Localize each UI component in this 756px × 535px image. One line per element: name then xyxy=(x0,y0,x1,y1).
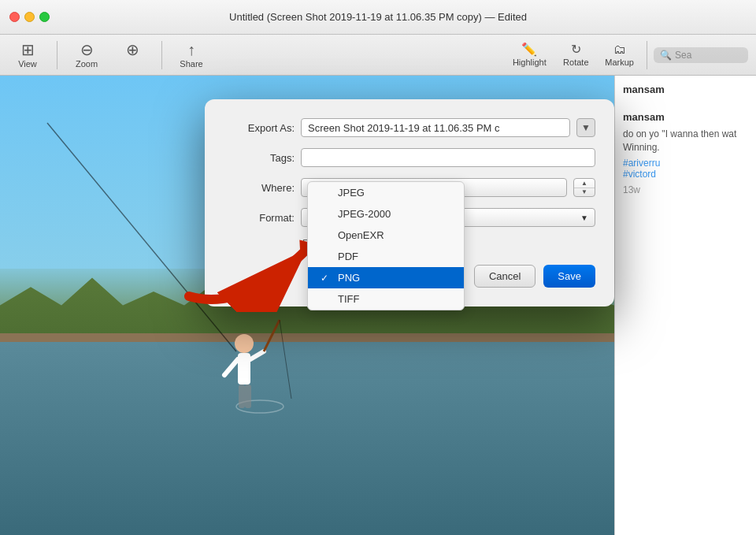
markup-button[interactable]: 🗂 Markup xyxy=(598,40,640,70)
markup-label: Markup xyxy=(605,58,634,67)
minimize-button[interactable] xyxy=(24,12,35,22)
toolbar-separator-1 xyxy=(57,41,57,69)
highlight-button[interactable]: ✏️ Highlight xyxy=(506,40,553,70)
share-button[interactable]: ↑ Share xyxy=(172,39,211,72)
pdf-label: PDF xyxy=(338,251,358,262)
png-label: PNG xyxy=(338,272,360,284)
save-button[interactable]: Save xyxy=(543,265,595,288)
view-button[interactable]: ⊞ View xyxy=(8,39,47,72)
view-label: View xyxy=(18,59,37,69)
zoom-label: Zoom xyxy=(76,59,98,69)
toolbar-separator-3 xyxy=(647,41,647,69)
jpeg-label: JPEG xyxy=(338,187,365,199)
toolbar-separator-2 xyxy=(161,41,162,69)
view-icon: ⊞ xyxy=(21,42,35,58)
format-option-tiff[interactable]: TIFF xyxy=(308,288,464,310)
export-as-row: Export As: ▼ xyxy=(224,118,595,137)
main-content: mansam mansam do on yo "I wanna then wat… xyxy=(0,76,756,535)
format-option-openexr[interactable]: OpenEXR xyxy=(308,225,464,246)
format-label: Format: xyxy=(224,212,295,224)
toolbar: ⊞ View ⊖ Zoom ⊕ . ↑ Share ✏️ Highlight ↻… xyxy=(0,35,756,76)
tags-label: Tags: xyxy=(224,152,295,164)
format-dropdown-menu: JPEG JPEG-2000 OpenEXR PDF ✓ PNG TIFF xyxy=(307,181,465,310)
tags-row: Tags: xyxy=(224,148,595,167)
cancel-button[interactable]: Cancel xyxy=(474,265,536,288)
window-title: Untitled (Screen Shot 2019-11-19 at 11.0… xyxy=(229,11,527,23)
zoom-in-icon: ⊕ xyxy=(126,42,139,58)
format-option-jpeg[interactable]: JPEG xyxy=(308,182,464,203)
tags-input[interactable] xyxy=(301,148,595,167)
traffic-lights xyxy=(0,12,50,22)
modal-overlay: Export As: ▼ Tags: Where: ▲ ▼ xyxy=(0,76,756,535)
format-option-png[interactable]: ✓ PNG xyxy=(308,267,464,288)
jpeg2000-label: JPEG-2000 xyxy=(338,208,391,220)
search-box[interactable]: 🔍 Sea xyxy=(654,47,748,63)
close-button[interactable] xyxy=(9,12,20,22)
fullscreen-button[interactable] xyxy=(39,12,50,22)
zoom-out-button[interactable]: ⊖ Zoom xyxy=(67,39,106,72)
zoom-out-icon: ⊖ xyxy=(80,42,94,58)
rotate-button[interactable]: ↻ Rotate xyxy=(556,40,595,70)
where-stepper[interactable]: ▲ ▼ xyxy=(573,178,595,197)
highlight-label: Highlight xyxy=(513,58,547,67)
export-as-dropdown[interactable]: ▼ xyxy=(576,118,595,137)
zoom-in-button[interactable]: ⊕ . xyxy=(113,39,152,72)
share-icon: ↑ xyxy=(187,42,195,58)
format-option-jpeg2000[interactable]: JPEG-2000 xyxy=(308,203,464,225)
rotate-label: Rotate xyxy=(563,58,588,67)
share-label: Share xyxy=(180,59,202,69)
format-chevron: ▼ xyxy=(580,214,588,222)
highlight-icon: ✏️ xyxy=(521,43,537,56)
export-as-input[interactable] xyxy=(301,118,570,137)
toolbar-right-group: ✏️ Highlight ↻ Rotate 🗂 Markup 🔍 Sea xyxy=(506,40,748,70)
export-as-label: Export As: xyxy=(224,122,295,134)
title-bar: Untitled (Screen Shot 2019-11-19 at 11.0… xyxy=(0,0,756,35)
search-placeholder: Sea xyxy=(675,50,691,61)
tiff-label: TIFF xyxy=(338,293,359,305)
openexr-label: OpenEXR xyxy=(338,229,384,241)
stepper-down[interactable]: ▼ xyxy=(574,188,595,197)
where-label: Where: xyxy=(224,182,295,194)
rotate-icon: ↻ xyxy=(571,43,581,56)
stepper-up[interactable]: ▲ xyxy=(574,179,595,188)
png-check: ✓ xyxy=(321,273,332,284)
search-icon: 🔍 xyxy=(660,50,672,61)
markup-icon: 🗂 xyxy=(613,43,626,56)
format-option-pdf[interactable]: PDF xyxy=(308,246,464,267)
